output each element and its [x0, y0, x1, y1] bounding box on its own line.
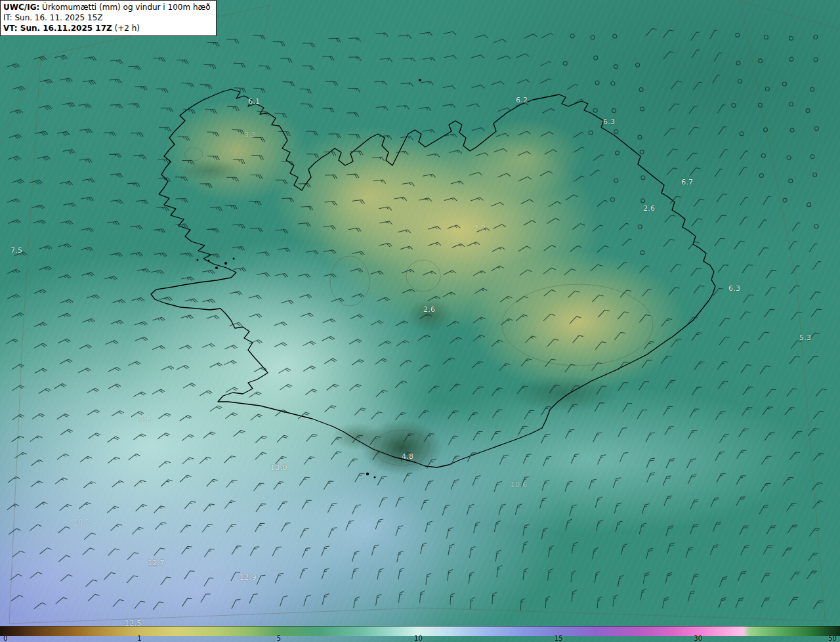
map-value-label: 7.5 [10, 246, 22, 255]
valid-time: VT: Sun. 16.11.2025 17Z [3, 24, 112, 33]
colorbar-ticks: 01510153050 [0, 636, 840, 642]
colorbar-tick-label: 50 [828, 635, 837, 642]
colorbar-tick-label: 15 [555, 635, 563, 642]
map-value-label: 2.2 [474, 224, 486, 232]
model-name: UWC/IG: [3, 3, 39, 12]
map-value-label: 2.6 [643, 204, 655, 213]
map-value-label: 9.6 [139, 415, 151, 423]
colorbar-tick-label: 5 [277, 635, 281, 642]
title-box: UWC/IG: Úrkomumætti (mm) og vindur i 100… [0, 0, 217, 36]
colorbar-tick-label: 10 [414, 635, 423, 642]
valid-offset: (+2 h) [112, 24, 140, 33]
colorbar-tick-label: 0 [3, 635, 7, 642]
map-value-label: 6.3 [603, 118, 615, 126]
map-value-label: 6.7 [681, 178, 693, 186]
colorbar: 01510153050 [0, 626, 840, 642]
map-value-label: 10.6 [511, 481, 528, 489]
map-value-label: 3.3 [244, 131, 256, 139]
map-value-label: 5.3 [799, 333, 811, 342]
map-value-label: 6.3 [728, 284, 740, 293]
map-value-label: 6.1 [248, 97, 260, 106]
colorbar-tick-label: 30 [694, 635, 702, 642]
product-title: Úrkomumætti (mm) og vindur i 100m hæð [39, 3, 210, 12]
map-overlay [0, 0, 840, 642]
map-value-label: 12.9 [240, 573, 257, 582]
map-value-label: 2.6 [423, 305, 435, 314]
map-value-label: 12.7 [148, 559, 165, 567]
colorbar-tick-label: 1 [137, 635, 141, 642]
map-value-label: 6.2 [516, 96, 528, 104]
init-time: IT: Sun. 16. 11. 2025 15Z [3, 12, 211, 23]
map-value-label: 13.0 [270, 463, 287, 472]
map-value-label: 10.2 [74, 518, 91, 526]
weather-map: 6.16.26.33.36.72.62.27.56.32.65.39.64.81… [0, 0, 840, 642]
map-value-label: 4.8 [402, 452, 413, 461]
